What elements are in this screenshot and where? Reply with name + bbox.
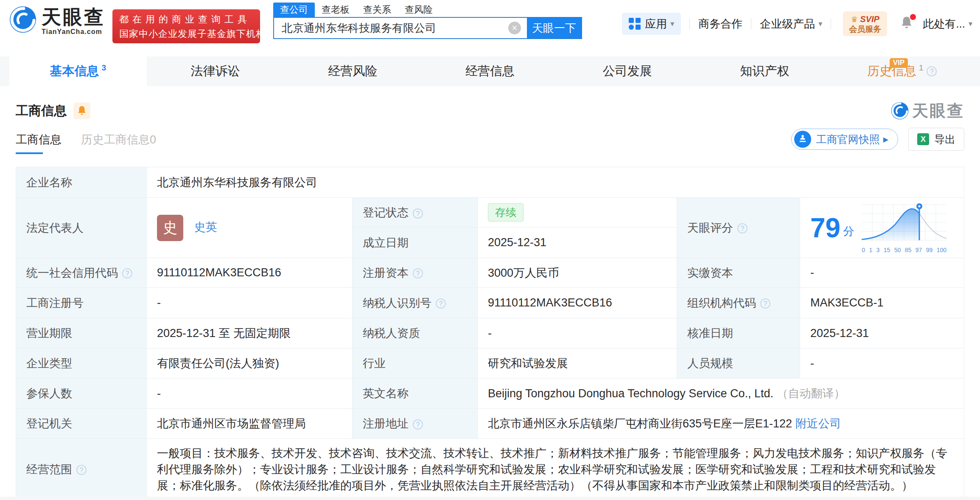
nearby-companies-link[interactable]: 附近公司 — [795, 417, 841, 430]
taxpayer-quality-label: 纳税人资质 — [353, 318, 478, 348]
subscribe-bell-button[interactable] — [73, 102, 90, 119]
company-name-value: 北京通州东华科技服务有限公司 — [147, 167, 964, 198]
crown-icon: ♛ — [851, 15, 858, 24]
tianyancha-logo-icon — [891, 102, 909, 120]
promo-banner: 都在用的商业查询工具 国家中小企业发展子基金旗下机构 — [112, 9, 260, 43]
divider — [751, 18, 751, 29]
business-scope-label: 经营范围? — [16, 439, 147, 500]
help-icon[interactable]: ? — [760, 298, 770, 309]
tianyancha-logo[interactable]: 天眼查 TianYanCha.com — [9, 6, 105, 36]
company-type-value: 有限责任公司(法人独资) — [147, 348, 353, 379]
industry-value: 研究和试验发展 — [478, 348, 677, 379]
insured-count-value: - — [147, 379, 353, 409]
logo-title: 天眼查 — [42, 6, 105, 28]
help-icon[interactable]: ? — [76, 465, 87, 475]
business-info-table: 企业名称 北京通州东华科技服务有限公司 法定代表人 史 史英 登记状态? 存续 … — [16, 167, 964, 500]
chevron-down-icon: ▾ — [670, 19, 674, 28]
clear-search-icon[interactable]: × — [508, 22, 521, 34]
notification-dot — [910, 14, 916, 20]
table-row: 企业类型 有限责任公司(法人独资) 行业 研究和试验发展 人员规模 - — [16, 348, 964, 379]
logo-subtitle: TianYanCha.com — [42, 28, 105, 36]
org-code-label: 组织机构代码? — [677, 288, 800, 318]
credit-code-label: 统一社会信用代码? — [16, 258, 147, 288]
export-button[interactable]: X 导出 — [908, 128, 964, 151]
help-icon[interactable]: ? — [413, 419, 423, 430]
table-row: 统一社会信用代码? 91110112MAK3ECCB16 注册资本? 3000万… — [16, 258, 964, 288]
tab-company-development[interactable]: 公司发展 — [559, 56, 696, 86]
legal-rep-value: 史 史英 — [147, 198, 353, 258]
approval-date-value: 2025-12-31 — [800, 318, 964, 348]
legal-rep-link[interactable]: 史英 — [194, 221, 217, 233]
table-row: 经营范围? 一般项目：技术服务、技术开发、技术咨询、技术交流、技术转让、技术推广… — [16, 439, 964, 500]
reg-authority-value: 北京市通州区市场监督管理局 — [147, 409, 353, 439]
help-icon[interactable]: ? — [413, 268, 423, 278]
tab-count: 3 — [102, 63, 106, 73]
excel-icon: X — [917, 133, 929, 145]
reg-number-label: 工商注册号 — [16, 288, 147, 318]
tab-intellectual-property[interactable]: 知识产权 — [696, 56, 834, 86]
insured-count-label: 参保人数 — [16, 379, 147, 409]
svip-membership-button[interactable]: ♛ SVIP 会员服务 — [843, 11, 887, 36]
auto-translate-note: （自动翻译） — [776, 387, 845, 400]
page-bottom-strip — [0, 497, 980, 500]
subtab-business-info[interactable]: 工商信息 — [16, 132, 62, 154]
search-tabs: 查公司 查老板 查关系 查风险 — [273, 3, 582, 17]
tab-operating-risk[interactable]: 经营风险 — [284, 56, 421, 86]
org-code-value: MAK3ECCB-1 — [800, 288, 964, 318]
search-tab-boss[interactable]: 查老板 — [315, 3, 356, 17]
search-button[interactable]: 天眼一下 — [527, 18, 581, 38]
tab-basic-info[interactable]: 基本信息 3 — [9, 56, 147, 86]
establish-date-value: 2025-12-31 — [478, 228, 677, 258]
notifications-button[interactable] — [900, 16, 913, 32]
search-tab-relation[interactable]: 查关系 — [356, 3, 398, 17]
search-tab-company[interactable]: 查公司 — [273, 3, 315, 17]
tab-business-info[interactable]: 经营信息 — [421, 56, 559, 86]
tab-history-info[interactable]: VIP 历史信息 1 ? — [833, 56, 971, 86]
chevron-down-icon: ▾ — [818, 19, 822, 28]
table-row: 营业期限 2025-12-31 至 无固定期限 纳税人资质 - 核准日期 202… — [16, 318, 964, 348]
taxpayer-quality-value: - — [478, 318, 677, 348]
help-icon[interactable]: ? — [436, 298, 446, 309]
help-icon[interactable]: ? — [122, 268, 132, 278]
score-number: 79 — [810, 214, 840, 242]
reg-capital-value: 3000万人民币 — [478, 258, 677, 288]
search-bar: × 天眼一下 — [273, 17, 582, 39]
promo-line-1: 都在用的商业查询工具 — [119, 12, 253, 27]
avatar[interactable]: 史 — [157, 215, 183, 241]
staff-size-label: 人员规模 — [677, 348, 800, 379]
reg-address-value: 北京市通州区永乐店镇柴厂屯村商业街635号E座一层E1-122 附近公司 — [478, 409, 964, 439]
english-name-label: 英文名称 — [353, 379, 478, 409]
help-icon[interactable]: ? — [737, 223, 748, 233]
approval-date-label: 核准日期 — [677, 318, 800, 348]
subtab-history-business-info[interactable]: 历史工商信息0 — [81, 132, 156, 154]
reg-status-label: 登记状态? — [353, 198, 478, 228]
search-input[interactable] — [274, 18, 508, 38]
apps-grid-icon — [629, 18, 641, 30]
menu-enterprise[interactable]: 企业级产品 ▾ — [760, 17, 822, 31]
watermark-logo: 天眼查 — [891, 100, 964, 122]
menu-business-coop[interactable]: 商务合作 — [698, 17, 742, 31]
company-name-label: 企业名称 — [16, 167, 147, 198]
apps-menu[interactable]: 应用 ▾ — [622, 13, 681, 35]
business-term-value: 2025-12-31 至 无固定期限 — [147, 318, 353, 348]
score-value-cell: 79 分 — [800, 198, 964, 258]
main-content: 工商信息 天眼查 工商信息 历史工商信息0 — [0, 101, 980, 500]
help-icon[interactable]: ? — [927, 66, 937, 76]
company-nav-tabs: 基本信息 3 法律诉讼 经营风险 经营信息 公司发展 知识产权 VIP 历史信息… — [0, 56, 980, 86]
search-tab-risk[interactable]: 查风险 — [398, 3, 440, 17]
tab-legal-proceedings[interactable]: 法律诉讼 — [147, 56, 284, 86]
apps-label: 应用 — [645, 17, 667, 31]
official-snapshot-button[interactable]: 工商官网快照 ▶ — [791, 129, 898, 150]
stamp-icon — [794, 131, 811, 148]
chevron-down-icon: ▾ — [969, 19, 972, 28]
bell-icon — [77, 105, 87, 116]
industry-label: 行业 — [353, 348, 478, 379]
reg-authority-label: 登记机关 — [16, 409, 147, 439]
watermark-text: 天眼查 — [912, 100, 964, 122]
taxpayer-id-value: 91110112MAK3ECCB16 — [478, 288, 677, 318]
user-menu[interactable]: 此处有... ▾ — [923, 17, 972, 31]
business-scope-value: 一般项目：技术服务、技术开发、技术咨询、技术交流、技术转让、技术推广；新材料技术… — [147, 439, 964, 500]
help-icon[interactable]: ? — [413, 208, 423, 219]
divider — [831, 18, 831, 29]
score-unit: 分 — [843, 224, 854, 239]
